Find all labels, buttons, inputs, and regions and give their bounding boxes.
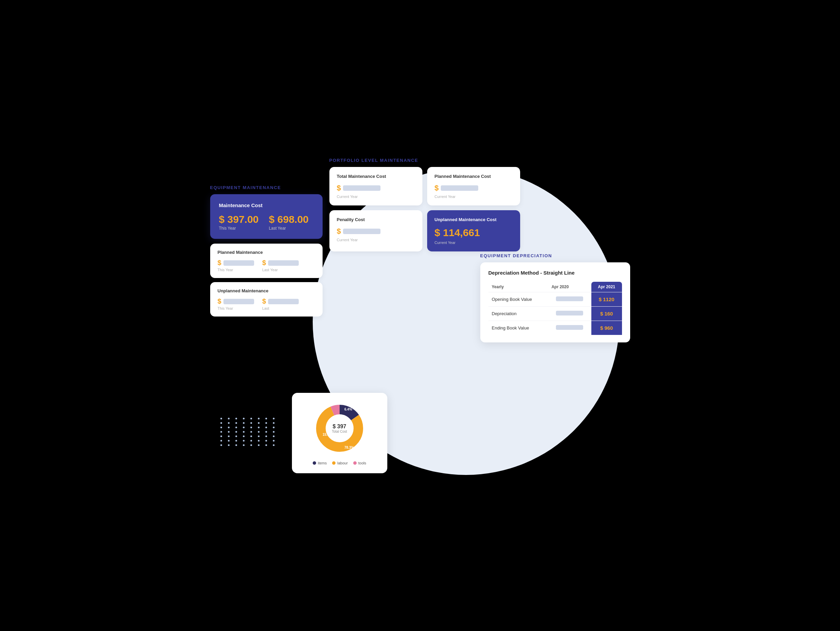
depreciation-label: EQUIPMENT DEPRECIATION bbox=[480, 253, 630, 258]
planned-maintenance-title: Planned Maintenance bbox=[218, 250, 315, 255]
unplanned-dollar-this: $ bbox=[218, 297, 221, 305]
this-year-value: $ 397.00 bbox=[219, 213, 259, 225]
planned-dollar-this: $ bbox=[218, 259, 221, 267]
unplanned-portfolio-value: $ 114,661 bbox=[435, 227, 513, 239]
dep-row-apr2020 bbox=[548, 321, 591, 335]
planned-maintenance-portfolio-card: Planned Maintenance Cost $ Current Year bbox=[427, 167, 520, 206]
penalty-blurred bbox=[343, 229, 381, 234]
unplanned-maintenance-title: Unplanned Maintenance bbox=[218, 288, 315, 293]
dep-row-apr2021: $ 1120 bbox=[591, 293, 622, 307]
unplanned-this-year: $ This Year bbox=[218, 297, 254, 310]
legend-labour: labour bbox=[332, 461, 348, 465]
legend-dot-tools bbox=[353, 461, 357, 465]
unplanned-portfolio-sub: Current Year bbox=[435, 240, 513, 245]
dep-table-row: Opening Book Value $ 1120 bbox=[488, 293, 622, 307]
last-year-block: $ 698.00 Last Year bbox=[269, 213, 309, 231]
legend-label-labour: labour bbox=[337, 461, 348, 465]
planned-maintenance-portfolio-title: Planned Maintenance Cost bbox=[435, 174, 513, 179]
unplanned-portfolio-title: Unplanned Maintenance Cost bbox=[435, 217, 513, 222]
penalty-sub: Current Year bbox=[337, 238, 415, 242]
unplanned-this-year-bar bbox=[223, 299, 254, 304]
dep-row-apr2020 bbox=[548, 293, 591, 307]
dep-row-apr2021: $ 960 bbox=[591, 321, 622, 335]
planned-maintenance-card: Planned Maintenance $ This Year $ Last Y… bbox=[210, 244, 322, 278]
planned-blurred bbox=[441, 185, 478, 191]
donut-legend: items labour tools bbox=[299, 461, 381, 465]
donut-center: $ 397 Total Cost bbox=[332, 424, 347, 433]
planned-dollar-last: $ bbox=[262, 259, 266, 267]
unplanned-this-year-lbl: This Year bbox=[218, 306, 254, 310]
dep-row-label: Opening Book Value bbox=[488, 293, 548, 307]
equipment-maintenance-label: EQUIPMENT MAINTENANCE bbox=[210, 185, 322, 190]
unplanned-last-year-bar bbox=[268, 299, 299, 304]
last-year-label: Last Year bbox=[269, 226, 309, 231]
col-apr2020: Apr 2020 bbox=[548, 282, 591, 293]
planned-last-year-bar bbox=[268, 260, 299, 266]
planned-this-year: $ This Year bbox=[218, 259, 254, 272]
portfolio-label: PORTFOLIO LEVEL MAINTENANCE bbox=[329, 158, 520, 163]
col-apr2021: Apr 2021 bbox=[591, 282, 622, 293]
dep-row-apr2020 bbox=[548, 307, 591, 321]
planned-this-year-lbl: This Year bbox=[218, 268, 254, 272]
planned-this-year-bar bbox=[223, 260, 254, 266]
maintenance-cost-card: Maintenance Cost $ 397.00 This Year $ 69… bbox=[210, 194, 322, 239]
pct-items: 15.3% bbox=[322, 433, 332, 436]
pct-labour: 78.3% bbox=[344, 446, 354, 449]
legend-label-tools: tools bbox=[358, 461, 366, 465]
maintenance-cost-title: Maintenance Cost bbox=[219, 202, 314, 208]
last-year-value: $ 698.00 bbox=[269, 213, 309, 225]
dot-grid-decoration: // Generate dots inline (will run after … bbox=[220, 418, 278, 446]
planned-maintenance-portfolio-value: $ bbox=[435, 183, 513, 193]
donut-chart-card: 15.3% 78.3% 6.4% $ 397 Total Cost items … bbox=[292, 393, 387, 473]
equipment-maintenance-section: EQUIPMENT MAINTENANCE Maintenance Cost $… bbox=[210, 185, 322, 321]
dep-table-row: Ending Book Value $ 960 bbox=[488, 321, 622, 335]
planned-last-year-lbl: Last Year bbox=[262, 268, 299, 272]
portfolio-maintenance-section: PORTFOLIO LEVEL MAINTENANCE Total Mainte… bbox=[329, 158, 520, 251]
total-blurred bbox=[343, 185, 381, 191]
unplanned-dollar-last: $ bbox=[262, 297, 266, 305]
unplanned-last-year: $ Last bbox=[262, 297, 299, 310]
legend-items: items bbox=[313, 461, 327, 465]
dep-card-title: Depreciation Method - Straight Line bbox=[488, 270, 622, 276]
penalty-dollar: $ bbox=[337, 227, 341, 236]
depreciation-table: Yearly Apr 2020 Apr 2021 Opening Book Va… bbox=[488, 282, 622, 335]
donut-container: 15.3% 78.3% 6.4% $ 397 Total Cost bbox=[313, 401, 367, 455]
total-sub: Current Year bbox=[337, 195, 415, 199]
this-year-label: This Year bbox=[219, 226, 259, 231]
total-dollar: $ bbox=[337, 183, 341, 193]
planned-sub: Current Year bbox=[435, 195, 513, 199]
unplanned-last-year-lbl: Last bbox=[262, 306, 299, 310]
penalty-cost-title: Penality Cost bbox=[337, 217, 415, 222]
legend-dot-items bbox=[313, 461, 316, 465]
legend-dot-labour bbox=[332, 461, 336, 465]
col-yearly: Yearly bbox=[488, 282, 548, 293]
penalty-value: $ bbox=[337, 227, 415, 236]
equipment-depreciation-section: EQUIPMENT DEPRECIATION Depreciation Meth… bbox=[480, 253, 630, 342]
legend-label-items: items bbox=[318, 461, 327, 465]
this-year-block: $ 397.00 This Year bbox=[219, 213, 259, 231]
dep-row-apr2021: $ 160 bbox=[591, 307, 622, 321]
dep-row-label: Ending Book Value bbox=[488, 321, 548, 335]
dep-table-row: Depreciation $ 160 bbox=[488, 307, 622, 321]
donut-center-label: Total Cost bbox=[332, 430, 347, 433]
unplanned-maintenance-portfolio-card: Unplanned Maintenance Cost $ 114,661 Cur… bbox=[427, 210, 520, 251]
pct-tools: 6.4% bbox=[344, 408, 352, 411]
unplanned-maintenance-card: Unplanned Maintenance $ This Year $ Last bbox=[210, 282, 322, 316]
penalty-cost-card: Penality Cost $ Current Year bbox=[329, 210, 422, 251]
planned-last-year: $ Last Year bbox=[262, 259, 299, 272]
dep-row-label: Depreciation bbox=[488, 307, 548, 321]
total-maintenance-title: Total Maintenance Cost bbox=[337, 174, 415, 179]
total-maintenance-value: $ bbox=[337, 183, 415, 193]
planned-dollar-portfolio: $ bbox=[435, 183, 439, 193]
depreciation-card: Depreciation Method - Straight Line Year… bbox=[480, 263, 630, 342]
donut-center-value: $ 397 bbox=[332, 424, 347, 430]
total-maintenance-card: Total Maintenance Cost $ Current Year bbox=[329, 167, 422, 206]
portfolio-grid: Total Maintenance Cost $ Current Year Pl… bbox=[329, 167, 520, 251]
dashboard-wrapper: // Generate dots inline (will run after … bbox=[210, 158, 630, 473]
legend-tools: tools bbox=[353, 461, 366, 465]
unplanned-big-num: $ 114,661 bbox=[435, 227, 480, 239]
